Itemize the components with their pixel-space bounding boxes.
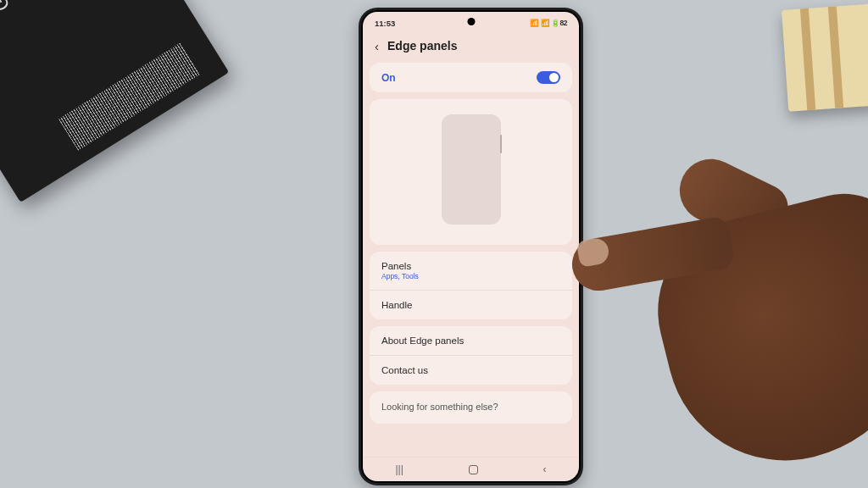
panels-title: Panels (381, 261, 560, 271)
back-icon[interactable]: ‹ (375, 40, 379, 53)
panels-group: Panels Apps, Tools Handle (370, 252, 572, 319)
phone-preview-icon (442, 114, 501, 225)
info-group: About Edge panels Contact us (370, 326, 572, 385)
toggle-switch[interactable] (537, 71, 560, 84)
product-box-label: Galaxy S25 Ultra (0, 0, 15, 15)
about-title: About Edge panels (381, 336, 560, 346)
page-title: Edge panels (387, 39, 457, 53)
status-icons: 📶 📶 🔋82 (530, 19, 567, 27)
navigation-bar: ||| ‹ (363, 457, 579, 481)
product-box: Galaxy S25 Ultra (0, 0, 229, 202)
page-header: ‹ Edge panels (363, 30, 579, 63)
phone-screen: 11:53 📶 📶 🔋82 ‹ Edge panels On (363, 12, 579, 481)
toggle-label: On (381, 72, 396, 84)
home-button[interactable] (469, 465, 478, 474)
about-item[interactable]: About Edge panels (370, 326, 572, 356)
edge-handle-preview (500, 135, 502, 153)
panels-subtitle: Apps, Tools (381, 272, 560, 280)
contact-title: Contact us (381, 365, 560, 375)
hand (554, 161, 868, 488)
search-title: Looking for something else? (381, 402, 560, 412)
main-toggle-row[interactable]: On (370, 63, 572, 92)
handle-title: Handle (381, 300, 560, 310)
wood-block (782, 3, 868, 111)
barcode (58, 42, 200, 150)
search-card[interactable]: Looking for something else? (370, 391, 572, 424)
handle-item[interactable]: Handle (370, 291, 572, 319)
contact-item[interactable]: Contact us (370, 356, 572, 385)
status-time: 11:53 (375, 19, 395, 28)
recents-button[interactable]: ||| (395, 463, 403, 475)
panels-item[interactable]: Panels Apps, Tools (370, 252, 572, 291)
phone-device: 11:53 📶 📶 🔋82 ‹ Edge panels On (359, 8, 583, 485)
back-button[interactable]: ‹ (543, 463, 547, 475)
preview-card (370, 99, 572, 245)
front-camera (467, 18, 475, 25)
